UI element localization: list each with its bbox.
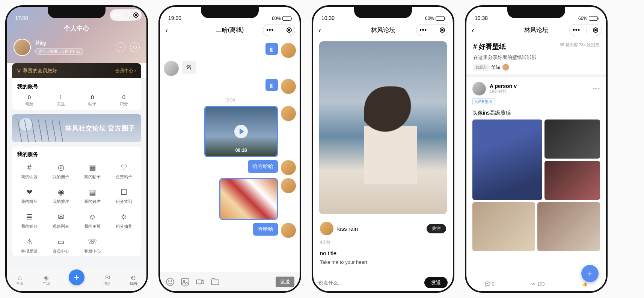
post-title: no title xyxy=(313,248,453,259)
author-name[interactable]: kiss rain xyxy=(337,225,358,232)
author-avatar[interactable] xyxy=(320,222,333,235)
send-button[interactable]: 发送 xyxy=(424,277,448,288)
services-section-title: 我的服务 xyxy=(14,151,140,158)
send-button[interactable]: 发送 xyxy=(276,277,294,287)
post-action-bar: 💬 0 👁 103 👍 xyxy=(466,281,606,287)
tab-bar: ⌂主页 ◈广场 + ✉消息 ☺我的 xyxy=(7,269,146,291)
service-icon: # xyxy=(24,162,35,173)
tab-square[interactable]: ◈广场 xyxy=(42,274,50,286)
mini-program-capsule[interactable]: ••• xyxy=(110,9,142,21)
post-image[interactable] xyxy=(544,120,600,159)
tab-home[interactable]: ⌂主页 xyxy=(16,274,24,286)
svg-point-2 xyxy=(171,280,172,281)
chat-message[interactable]: 饹 xyxy=(164,61,296,76)
post-topic-tag[interactable]: #好看壁纸 xyxy=(472,98,495,105)
more-icon[interactable]: ••• xyxy=(593,85,600,92)
post-image[interactable] xyxy=(544,161,600,200)
stat-fans[interactable]: 0粉丝 xyxy=(14,94,45,107)
mini-program-capsule[interactable]: ••• xyxy=(263,24,295,36)
service-item[interactable]: ☐积分签到 xyxy=(108,186,140,204)
like-button[interactable]: 👍 xyxy=(582,281,588,287)
comments-count[interactable]: 💬 0 xyxy=(485,281,494,287)
service-icon: ☺ xyxy=(87,211,98,222)
close-target-icon[interactable] xyxy=(133,12,139,18)
chat-message[interactable]: jjj xyxy=(164,43,296,58)
post-image[interactable] xyxy=(537,202,600,251)
post-time: 16分钟前 xyxy=(490,89,517,94)
chat-input-bar: 发送 xyxy=(160,272,300,291)
service-item[interactable]: ⛭积分抽奖 xyxy=(108,211,140,229)
service-icon: ≣ xyxy=(24,211,35,222)
official-circle-banner[interactable]: 林风社交论坛 官方圈子 xyxy=(12,114,141,142)
svg-point-1 xyxy=(169,280,169,281)
service-item[interactable]: ◎我的圈子 xyxy=(45,162,77,180)
post-author[interactable]: A person ⅴ xyxy=(490,83,517,89)
stat-follows[interactable]: 1关注 xyxy=(45,94,77,107)
service-item[interactable]: ⚠举报反馈 xyxy=(14,236,45,254)
follow-button[interactable]: 关注 xyxy=(427,224,446,233)
video-icon[interactable] xyxy=(195,277,205,287)
stat-posts[interactable]: 0帖子 xyxy=(77,94,108,107)
vip-banner[interactable]: V 尊贵的会员您好 会员中心 › xyxy=(12,63,141,78)
post-image[interactable] xyxy=(319,41,447,214)
status-time: 17:00 xyxy=(15,15,28,21)
post-author-avatar[interactable] xyxy=(472,82,486,95)
service-item[interactable]: ☺我的主页 xyxy=(77,211,108,229)
service-item[interactable]: ♡点赞帖子 xyxy=(108,162,140,180)
page-title: 林风论坛 xyxy=(524,26,548,34)
service-item[interactable]: ▤我的帖子 xyxy=(77,162,108,180)
user-name: Pity xyxy=(35,40,83,47)
post-time: 4天前 xyxy=(313,240,453,248)
stat-points[interactable]: 0积分 xyxy=(108,94,140,107)
status-time: 10:38 xyxy=(475,15,488,21)
svg-point-0 xyxy=(166,278,174,286)
service-icon: ◎ xyxy=(55,162,66,173)
service-icon: ☐ xyxy=(118,186,130,198)
topic-meta: 36 篇内容 784 次浏览 xyxy=(560,42,599,48)
image-icon[interactable] xyxy=(180,277,190,287)
emoji-icon[interactable] xyxy=(165,277,175,287)
service-item[interactable]: ▦我的账户 xyxy=(77,186,108,204)
chat-video-message[interactable]: 00:18 xyxy=(164,106,296,157)
views-count: 👁 103 xyxy=(531,281,544,287)
service-icon: ▤ xyxy=(87,162,98,173)
back-icon[interactable]: ‹ xyxy=(165,26,168,35)
service-item[interactable]: ☏客服中心 xyxy=(77,236,108,254)
comment-input[interactable] xyxy=(318,280,421,286)
back-icon[interactable]: ‹ xyxy=(318,26,321,35)
avatar[interactable] xyxy=(14,39,31,56)
post-image[interactable] xyxy=(472,120,542,200)
back-icon[interactable]: ‹ xyxy=(472,26,474,35)
compose-fab[interactable]: + xyxy=(581,265,599,282)
service-item[interactable]: ❤我的粉丝 xyxy=(14,186,45,204)
file-icon[interactable] xyxy=(210,277,220,287)
tab-me[interactable]: ☺我的 xyxy=(130,274,137,286)
chat-icon[interactable]: ⋯ xyxy=(116,42,125,52)
post-image[interactable] xyxy=(472,202,535,251)
service-icon: ❤ xyxy=(24,186,35,198)
tab-messages[interactable]: ✉消息 xyxy=(103,274,111,286)
phone-chat: 19:00 60% ‹ 二哈(离线) ••• jjj 饹 jjj 19:00 0… xyxy=(158,5,301,293)
service-icon: ⛭ xyxy=(118,211,130,222)
menu-dots-icon[interactable]: ••• xyxy=(113,12,121,18)
service-icon: ◉ xyxy=(55,186,66,198)
chat-message[interactable]: 哈哈哈 xyxy=(164,223,296,238)
svg-rect-5 xyxy=(196,280,202,284)
page-title: 个人中心 xyxy=(7,22,146,36)
service-icon: ☏ xyxy=(87,236,98,247)
service-item[interactable]: ◉我的关注 xyxy=(45,186,77,204)
svg-rect-3 xyxy=(181,278,189,285)
service-icon: ⚠ xyxy=(24,236,35,247)
service-item[interactable]: ✉私信列表 xyxy=(45,211,77,229)
service-item[interactable]: ▭会员中心 xyxy=(45,236,77,254)
chat-message[interactable]: jjj xyxy=(164,79,296,94)
settings-icon[interactable]: ⬡ xyxy=(130,42,140,52)
service-icon: ✉ xyxy=(55,211,66,222)
topic-owner[interactable]: 发起人 羊喵 xyxy=(473,64,599,71)
chat-image-message[interactable] xyxy=(164,178,296,220)
chat-message[interactable]: 哈哈哈哈 xyxy=(164,160,296,175)
compose-fab[interactable]: + xyxy=(69,269,84,285)
phone-profile: 17:00 55% 个人中心 ••• Pity 这个人很懒，没留下什么 ⋯ ⬡ … xyxy=(5,5,148,293)
service-item[interactable]: #我的话题 xyxy=(14,162,45,180)
service-item[interactable]: ≣我的积分 xyxy=(14,211,45,229)
